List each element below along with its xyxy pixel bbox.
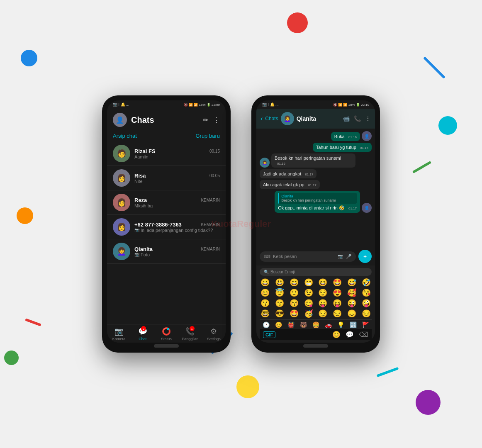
nav-status[interactable]: ⭕ Status [154, 327, 178, 341]
send-button[interactable]: + [358, 250, 372, 263]
cat-smileys[interactable]: 😊 [275, 321, 282, 328]
conv-chats-back-label[interactable]: Chats [265, 116, 278, 122]
nav-settings[interactable]: ⚙ Settings [202, 327, 226, 341]
phone1-home-btn[interactable] [154, 344, 179, 348]
msg-row-ok: Qianita Besok kn hari peringatan sunami … [260, 191, 372, 213]
cat-recent[interactable]: 🕐 [263, 321, 270, 328]
emoji-star-struck2[interactable]: 🤩 [289, 309, 299, 318]
phone2-screen: 📷 f 🔔 ... 🔇 📶 📶 18% 🔋 22:10 ‹ Chats 👩‍🦱 … [256, 100, 375, 343]
chat-name-row-qianita: Qianita KEMARIN [134, 246, 220, 252]
emoji-disappointed[interactable]: 😞 [346, 309, 357, 318]
chat-time-rizal: 00.15 [209, 149, 220, 153]
gif-button[interactable]: GIF [263, 331, 275, 338]
phone2-home-btn[interactable] [303, 344, 328, 348]
chat-avatar-qianita: 👩‍🦱 [113, 243, 130, 260]
emoji-row-4: 🤓 😎 🤩 🥳 😏 😒 😞 😔 [260, 309, 372, 318]
chat-name-row-unknown: +62 877-3886-7363 KEMARIN [134, 222, 220, 228]
camera-nav-label: Kamera [112, 337, 126, 341]
emoji-innocent[interactable]: 😇 [274, 288, 285, 297]
emoji-backspace-icon[interactable]: ⌫ [359, 331, 368, 338]
cat-objects[interactable]: 💡 [337, 321, 344, 328]
emoji-grinning[interactable]: 😀 [260, 278, 270, 287]
emoji-blush[interactable]: 😊 [260, 288, 270, 297]
chat-avatar-reza: 👩 [113, 194, 130, 211]
add-icon: + [363, 253, 367, 260]
emoji-kiss[interactable]: 😘 [361, 288, 372, 297]
emoji-star-struck[interactable]: 🤩 [332, 278, 343, 287]
phone1-status-info: 🔇 📶 📶 18% 🔋 22:09 [184, 103, 220, 107]
chat-name-rizal: Rizal FS [134, 148, 156, 154]
nav-chat[interactable]: 💬 2 Chat [131, 327, 154, 341]
emoji-zany[interactable]: 🤪 [361, 299, 372, 308]
conv-more-icon[interactable]: ⋮ [365, 115, 371, 122]
group-new-label[interactable]: Grup baru [195, 133, 220, 139]
emoji-wink[interactable]: 😉 [303, 288, 314, 297]
cat-travel[interactable]: 🚗 [325, 321, 332, 328]
video-call-icon[interactable]: 📹 [343, 115, 350, 122]
emoji-sunglasses[interactable]: 😎 [274, 309, 285, 318]
settings-nav-icon: ⚙ [210, 327, 217, 336]
emoji-unamused[interactable]: 😒 [332, 309, 343, 318]
emoji-tongue-wink[interactable]: 😜 [346, 299, 357, 308]
emoji-keyboard: 🔍 Buscar Emoji 😀 😃 😄 😁 😆 🤩 😅 🤣 😊 😇 [256, 265, 375, 343]
nav-calls[interactable]: 📞 1 Panggilan [178, 327, 202, 341]
cat-symbols[interactable]: 🔣 [350, 321, 357, 328]
chat-item-risa[interactable]: 👩 Risa 00.05 Nite [107, 166, 226, 190]
chat-preview-reza: Mksih bg [134, 203, 220, 208]
emoji-smile[interactable]: 😄 [289, 278, 299, 287]
mic-icon[interactable]: 🎤 [346, 254, 352, 259]
phones-container: 📷 f 🔔 ... 🔇 📶 📶 18% 🔋 22:09 👤 Chats ✏ ⋮ … [0, 0, 482, 448]
input-area: ⌨ Ketik pesan 📷 🎤 + [256, 247, 375, 265]
emoji-sticker-icon[interactable]: 💬 [346, 331, 354, 338]
chat-item-reza[interactable]: 👩 Reza KEMARIN Mksih bg [107, 190, 226, 215]
voice-call-icon[interactable]: 📞 [354, 115, 361, 122]
emoji-stuck-out-tongue[interactable]: 😛 [317, 299, 328, 308]
emoji-row-3: 😗 😙 😚 😋 😛 😝 😜 🤪 [260, 299, 372, 308]
emoji-kissing[interactable]: 😗 [260, 299, 270, 308]
emoji-tongue-closed-eyes[interactable]: 😝 [332, 299, 343, 308]
cat-food[interactable]: 🍔 [312, 321, 319, 328]
emoji-kissing-smile[interactable]: 😙 [274, 299, 285, 308]
emoji-smirk[interactable]: 😏 [317, 309, 328, 318]
emoji-smiling-hearts[interactable]: 🥰 [346, 288, 357, 297]
emoji-nerd[interactable]: 🤓 [260, 309, 270, 318]
phone2-status-icons: 📷 f 🔔 ... [262, 102, 279, 107]
status-nav-label: Status [161, 337, 172, 341]
emoji-search-placeholder: Buscar Emoji [270, 270, 295, 274]
emoji-kissing-closed-eyes[interactable]: 😚 [289, 299, 299, 308]
cat-flags[interactable]: 🚩 [362, 321, 369, 328]
chat-item-rizal[interactable]: 🧑 Rizal FS 00.15 Aamiin [107, 141, 226, 166]
archive-label[interactable]: Arsip chat [113, 133, 137, 139]
emoji-yum[interactable]: 😋 [303, 299, 314, 308]
emoji-sweat-smile[interactable]: 😅 [346, 278, 357, 287]
emoji-search-box[interactable]: 🔍 Buscar Emoji [260, 268, 372, 276]
camera-preview-icon2: 📷 [134, 252, 139, 257]
message-input[interactable]: ⌨ Ketik pesan 📷 🎤 [260, 251, 356, 262]
camera-in-input-icon[interactable]: 📷 [338, 254, 343, 259]
emoji-relieved[interactable]: 😌 [317, 288, 328, 297]
msg-time: 01.17 [308, 183, 316, 187]
phone1-status-right: 🔇 📶 📶 18% 🔋 22:09 [184, 103, 220, 107]
chat-preview-risa: Nite [134, 179, 220, 184]
emoji-partying[interactable]: 🥳 [303, 309, 314, 318]
edit-icon[interactable]: ✏ [203, 116, 208, 124]
emoji-smile-icon[interactable]: 😊 [332, 331, 341, 338]
emoji-smiley[interactable]: 😃 [274, 278, 285, 287]
more-icon[interactable]: ⋮ [213, 116, 220, 124]
phone2-status-left: 📷 f 🔔 ... [262, 102, 279, 107]
chat-item-unknown[interactable]: 👩 +62 877-3886-7363 KEMARIN 📷 Ini ada pe… [107, 215, 226, 239]
msg-row-tahun: Tahun baru yg tutup 01.16 [260, 143, 372, 152]
cat-animals[interactable]: 🐻 [300, 321, 307, 328]
emoji-pensive[interactable]: 😔 [361, 309, 372, 318]
emoji-slightly-smile[interactable]: 🙂 [289, 288, 299, 297]
emoji-heart-eyes[interactable]: 😍 [332, 288, 343, 297]
back-button[interactable]: ‹ [260, 115, 263, 122]
emoji-laugh[interactable]: 😆 [317, 278, 328, 287]
chat-item-qianita[interactable]: 👩‍🦱 Qianita KEMARIN 📷 Foto [107, 239, 226, 264]
chats-header: 👤 Chats ✏ ⋮ [107, 109, 226, 130]
emoji-rofl[interactable]: 🤣 [361, 278, 372, 287]
cat-people[interactable]: 👹 [287, 321, 295, 328]
nav-camera[interactable]: 📷 Kamera [107, 327, 131, 341]
emoji-grin[interactable]: 😁 [303, 278, 314, 287]
msg-tahun: Tahun baru yg tutup 01.16 [313, 143, 372, 152]
